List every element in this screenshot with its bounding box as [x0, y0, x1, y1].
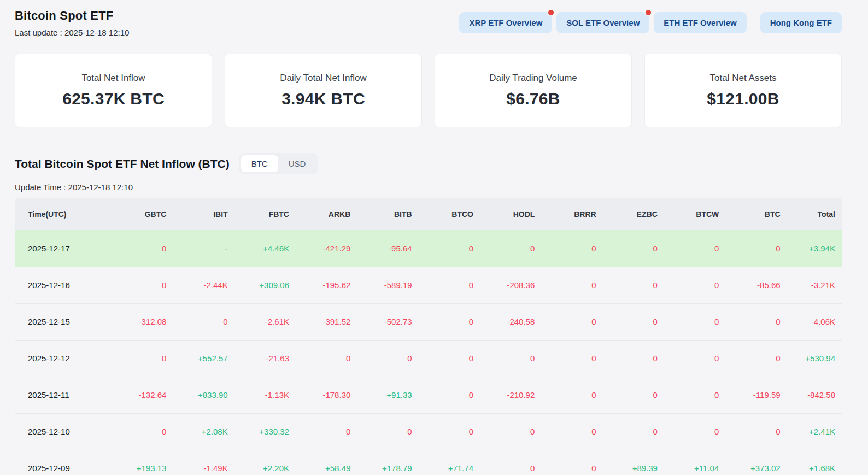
toggle-option-usd[interactable]: USD — [278, 155, 316, 172]
cell-value: 0 — [412, 230, 473, 267]
cell-value: - — [166, 230, 227, 267]
card-value: 625.37K BTC — [62, 90, 165, 108]
cell-value: +833.90 — [166, 377, 227, 413]
cell-value: 0 — [535, 340, 596, 377]
cell-value: 0 — [412, 340, 473, 377]
cell-value: 0 — [658, 377, 719, 413]
cell-value: 0 — [719, 230, 780, 267]
table-row: 2025-12-100+2.08K+330.3200000000+2.41K — [15, 413, 842, 450]
cell-value: +58.49 — [289, 450, 350, 475]
last-update-text: Last update : 2025-12-18 12:10 — [15, 28, 129, 37]
cell-value: 0 — [535, 377, 596, 413]
cell-value: -195.62 — [289, 267, 350, 303]
card-value: $6.76B — [506, 90, 560, 108]
hong-kong-etf-button[interactable]: Hong Kong ETF — [760, 12, 842, 33]
cell-value: 0 — [596, 377, 658, 413]
cell-value: +11.04 — [658, 450, 719, 475]
toggle-option-btc[interactable]: BTC — [241, 155, 278, 172]
xrp-etf-overview-button[interactable]: XRP ETF Overview — [459, 12, 552, 33]
cell-value: -3.21K — [781, 267, 842, 303]
etf-nav-buttons: XRP ETF Overview SOL ETF Overview ETH ET… — [459, 12, 842, 33]
card-label: Daily Trading Volume — [489, 73, 577, 84]
sol-etf-overview-button[interactable]: SOL ETF Overview — [556, 12, 649, 33]
card-total-net-inflow: Total Net Inflow 625.37K BTC — [15, 54, 212, 127]
table-row: 2025-12-160-2.44K+309.06-195.62-589.190-… — [15, 267, 842, 303]
currency-unit-toggle: BTC USD — [239, 153, 319, 174]
cell-value: -210.92 — [473, 377, 535, 413]
card-label: Total Net Assets — [710, 73, 777, 84]
table-row: 2025-12-120+552.57-21.6300000000+530.94 — [15, 340, 842, 377]
section-title: Total Bitcoin Spot ETF Net Inflow (BTC) — [15, 157, 230, 171]
cell-value: -132.64 — [105, 377, 166, 413]
title-block: Bitcoin Spot ETF Last update : 2025-12-1… — [15, 9, 129, 37]
row-date: 2025-12-09 — [15, 450, 105, 475]
cell-value: 0 — [658, 267, 719, 303]
cell-value: -391.52 — [289, 303, 350, 340]
cell-value: +71.74 — [412, 450, 473, 475]
cell-value: 0 — [535, 413, 596, 450]
column-header-hodl: HODL — [473, 198, 535, 230]
cell-value: -4.06K — [781, 303, 842, 340]
cell-value: +330.32 — [228, 413, 289, 450]
cell-value: -95.64 — [350, 230, 412, 267]
cell-value: 0 — [719, 413, 780, 450]
cell-value: 0 — [596, 230, 658, 267]
update-time-text: Update Time : 2025-12-18 12:10 — [15, 183, 842, 192]
table-row: 2025-12-170-+4.46K-421.29-95.64000000+3.… — [15, 230, 842, 267]
net-inflow-table: Time(UTC)GBTCIBITFBTCARKBBITBBTCOHODLBRR… — [15, 198, 842, 475]
cell-value: -589.19 — [350, 267, 412, 303]
card-label: Total Net Inflow — [81, 73, 145, 84]
table-row: 2025-12-15-312.080-2.61K-391.52-502.730-… — [15, 303, 842, 340]
top-header: Bitcoin Spot ETF Last update : 2025-12-1… — [15, 9, 842, 37]
cell-value: 0 — [473, 450, 535, 475]
table-row: 2025-12-11-132.64+833.90-1.13K-178.30+91… — [15, 377, 842, 413]
cell-value: 0 — [412, 267, 473, 303]
cell-value: 0 — [412, 413, 473, 450]
column-header-btcw: BTCW — [658, 198, 719, 230]
cell-value: 0 — [289, 413, 350, 450]
cell-value: -421.29 — [289, 230, 350, 267]
cell-value: -502.73 — [350, 303, 412, 340]
cell-value: 0 — [658, 303, 719, 340]
column-header-fbtc: FBTC — [228, 198, 289, 230]
cell-value: +309.06 — [228, 267, 289, 303]
cell-value: 0 — [473, 413, 535, 450]
table-header-row: Time(UTC)GBTCIBITFBTCARKBBITBBTCOHODLBRR… — [15, 198, 842, 230]
net-inflow-section-head: Total Bitcoin Spot ETF Net Inflow (BTC) … — [15, 153, 842, 174]
eth-etf-overview-button[interactable]: ETH ETF Overview — [654, 12, 746, 33]
cell-value: 0 — [105, 230, 166, 267]
card-label: Daily Total Net Inflow — [280, 73, 366, 84]
cell-value: -119.59 — [719, 377, 780, 413]
row-date: 2025-12-17 — [15, 230, 105, 267]
table-body: 2025-12-170-+4.46K-421.29-95.64000000+3.… — [15, 230, 842, 475]
notification-dot-icon — [646, 10, 651, 15]
cell-value: 0 — [535, 450, 596, 475]
cell-value: 0 — [596, 413, 658, 450]
cell-value: +89.39 — [596, 450, 658, 475]
row-date: 2025-12-10 — [15, 413, 105, 450]
row-date: 2025-12-15 — [15, 303, 105, 340]
cell-value: 0 — [658, 340, 719, 377]
cell-value: 0 — [535, 230, 596, 267]
cell-value: -312.08 — [105, 303, 166, 340]
column-header-gbtc: GBTC — [105, 198, 166, 230]
cell-value: 0 — [105, 267, 166, 303]
column-header-btc: BTC — [719, 198, 780, 230]
table-row: 2025-12-09+193.13-1.49K+2.20K+58.49+178.… — [15, 450, 842, 475]
cell-value: 0 — [105, 340, 166, 377]
cell-value: +1.68K — [781, 450, 842, 475]
cell-value: 0 — [105, 413, 166, 450]
cell-value: -1.13K — [228, 377, 289, 413]
cell-value: 0 — [350, 340, 412, 377]
card-value: $121.00B — [707, 90, 779, 108]
cell-value: -2.44K — [166, 267, 227, 303]
notification-dot-icon — [548, 10, 554, 15]
column-header-ibit: IBIT — [166, 198, 227, 230]
row-date: 2025-12-11 — [15, 377, 105, 413]
cell-value: +193.13 — [105, 450, 166, 475]
cell-value: 0 — [535, 267, 596, 303]
stat-cards-row: Total Net Inflow 625.37K BTC Daily Total… — [15, 54, 842, 127]
card-value: 3.94K BTC — [281, 90, 365, 108]
column-header-total: Total — [781, 198, 842, 230]
cell-value: +2.08K — [166, 413, 227, 450]
